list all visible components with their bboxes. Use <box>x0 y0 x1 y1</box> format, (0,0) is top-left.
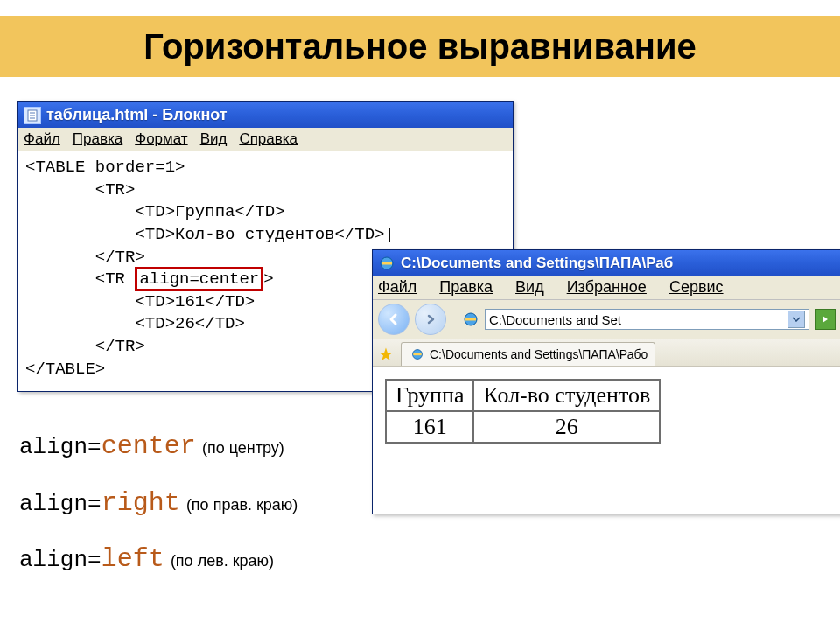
attr-value: right <box>102 488 180 518</box>
ie-title-text: C:\Documents and Settings\ПАПА\Раб <box>401 255 673 272</box>
ie-menu-tools[interactable]: Сервис <box>669 278 724 297</box>
ie-page-icon <box>462 311 480 328</box>
ie-menu-file[interactable]: Файл <box>378 278 416 297</box>
ie-window: C:\Documents and Settings\ПАПА\Раб Файл … <box>372 249 840 514</box>
table-cell: 26 <box>473 411 660 443</box>
code-line: <TD>26</TD> <box>25 314 245 333</box>
go-button[interactable] <box>815 309 836 330</box>
ie-nav-toolbar: C:\Documents and Set <box>373 300 840 340</box>
table-cell: 161 <box>386 411 473 443</box>
code-line: <TABLE border=1> <box>25 158 185 177</box>
ie-tabbar: ★ C:\Documents and Settings\ПАПА\Рабо <box>373 340 840 367</box>
highlighted-attribute: align=center <box>135 267 263 291</box>
notepad-file-icon <box>24 107 41 124</box>
ie-titlebar: C:\Documents and Settings\ПАПА\Раб <box>373 250 840 276</box>
attr-note: (по прав. краю) <box>186 496 298 514</box>
ie-menubar: Файл Правка Вид Избранное Сервис <box>373 276 840 300</box>
dropdown-icon[interactable] <box>788 311 805 328</box>
attr-value: left <box>102 544 164 574</box>
attribute-explanations: align=center (по центру) align=right (по… <box>19 418 298 588</box>
menu-help[interactable]: Справка <box>239 130 298 148</box>
table-row: Группа Кол-во студентов <box>386 380 660 411</box>
ie-menu-view[interactable]: Вид <box>515 278 544 297</box>
ie-page-content: Группа Кол-во студентов 161 26 <box>373 367 840 514</box>
code-line: <TR <box>25 270 135 289</box>
attr-keyword: align= <box>19 547 102 573</box>
explain-row: align=center (по центру) <box>19 418 298 475</box>
notepad-titlebar: таблица.html - Блокнот <box>18 102 513 128</box>
attr-keyword: align= <box>19 491 102 517</box>
menu-view[interactable]: Вид <box>200 130 228 148</box>
tab-label: C:\Documents and Settings\ПАПА\Рабо <box>430 347 648 361</box>
code-line: > <box>263 270 273 289</box>
code-line: <TD>161</TD> <box>25 292 255 312</box>
ie-tab-icon <box>409 346 426 363</box>
table-row: 161 26 <box>386 411 660 443</box>
address-bar[interactable]: C:\Documents and Set <box>485 309 809 330</box>
table-cell: Группа <box>386 380 473 411</box>
forward-button[interactable] <box>415 304 446 335</box>
menu-edit[interactable]: Правка <box>73 130 122 148</box>
ie-menu-edit[interactable]: Правка <box>439 278 493 297</box>
attr-value: center <box>102 431 196 461</box>
code-line: </TR> <box>25 248 145 267</box>
favorites-star-icon[interactable]: ★ <box>376 345 396 364</box>
menu-file[interactable]: Файл <box>24 130 60 148</box>
explain-row: align=right (по прав. краю) <box>19 475 298 532</box>
attr-note: (по центру) <box>202 439 284 457</box>
ie-logo-icon <box>378 255 396 272</box>
code-line: <TR> <box>25 180 135 200</box>
back-button[interactable] <box>378 304 410 335</box>
ie-menu-fav[interactable]: Избранное <box>567 278 647 297</box>
address-text: C:\Documents and Set <box>489 312 621 327</box>
slide-title: Горизонтальное выравнивание <box>144 27 696 66</box>
slide-title-bar: Горизонтальное выравнивание <box>0 16 840 77</box>
explain-row: align=left (по лев. краю) <box>19 531 298 588</box>
attr-keyword: align= <box>19 434 102 460</box>
rendered-table: Группа Кол-во студентов 161 26 <box>385 379 661 444</box>
code-line: </TABLE> <box>25 360 105 379</box>
browser-tab[interactable]: C:\Documents and Settings\ПАПА\Рабо <box>401 342 655 366</box>
attr-note: (по лев. краю) <box>171 552 274 570</box>
notepad-title-text: таблица.html - Блокнот <box>46 106 228 124</box>
table-cell: Кол-во студентов <box>473 380 660 411</box>
notepad-menubar: Файл Правка Формат Вид Справка <box>18 128 513 151</box>
code-line: <TD>Группа</TD> <box>25 202 284 221</box>
code-line: <TD>Кол-во студентов</TD>| <box>25 225 395 244</box>
menu-format[interactable]: Формат <box>135 130 187 148</box>
code-line: </TR> <box>25 337 145 356</box>
